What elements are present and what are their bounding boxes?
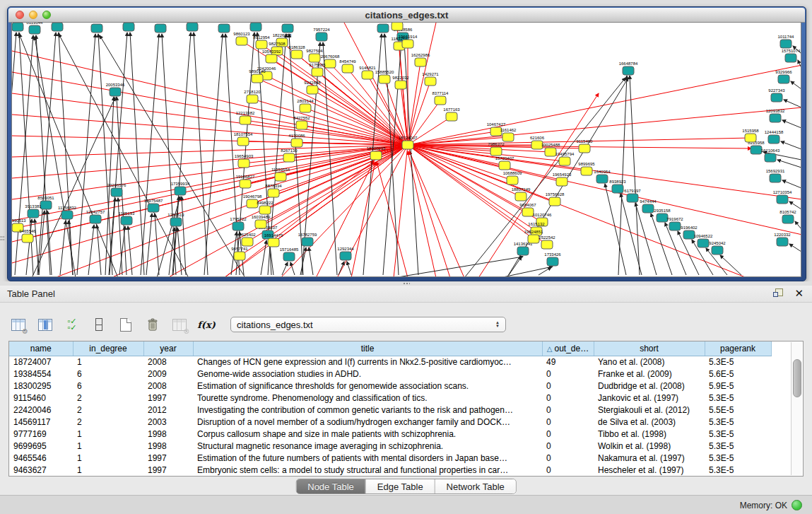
close-panel-icon[interactable]: ✕ xyxy=(794,287,804,300)
table-cell[interactable]: Estimation of the future numbers of pati… xyxy=(193,452,542,464)
table-cell[interactable]: 18300295 xyxy=(9,380,73,392)
graph-node-yellow[interactable]: 9465546 xyxy=(19,229,36,243)
network-window[interactable]: citations_edges.txt 24055728113044208914… xyxy=(7,6,806,281)
graph-node-yellow[interactable]: 8912954 xyxy=(253,35,270,49)
tab-node-table[interactable]: Node Table xyxy=(296,479,366,493)
graph-node-teal[interactable]: 14136141 xyxy=(514,242,533,255)
table-cell[interactable]: 1 xyxy=(73,452,143,464)
graph-node-teal[interactable]: 6179197 xyxy=(624,189,641,202)
table-cell[interactable]: 0 xyxy=(542,404,594,416)
table-cell[interactable]: 0 xyxy=(542,380,594,392)
table-cell[interactable]: 5.3E-5 xyxy=(705,428,771,440)
create-table-button[interactable] xyxy=(117,317,134,332)
table-cell[interactable]: 0 xyxy=(542,416,594,428)
table-cell[interactable]: 5.3E-5 xyxy=(705,440,771,452)
graph-node-yellow[interactable]: 8427552 xyxy=(293,116,310,129)
table-scrollbar[interactable] xyxy=(791,342,802,475)
table-cell[interactable]: de Silva et al. (2003) xyxy=(594,416,705,428)
graph-node-teal[interactable]: 1220332 xyxy=(774,233,791,246)
delete-rows-button[interactable] xyxy=(144,317,161,332)
network-window-titlebar[interactable]: citations_edges.txt xyxy=(8,8,805,23)
graph-node-yellow[interactable]: 9175685 xyxy=(309,63,326,76)
table-cell[interactable]: Nakamura et al. (1997) xyxy=(594,452,705,464)
graph-node-teal[interactable]: 11156832 xyxy=(58,206,76,219)
node-table[interactable]: namein_degreeyeartitle△out_de…shortpager… xyxy=(8,341,804,477)
table-cell[interactable]: 5.9E-5 xyxy=(705,380,771,392)
table-cell[interactable]: Structural magnetic resonance image aver… xyxy=(193,440,542,452)
graph-node-teal[interactable]: 16648784 xyxy=(619,62,638,75)
graph-node-yellow[interactable]: 9242848 xyxy=(304,81,321,94)
graph-node-teal[interactable]: 6466160 xyxy=(152,23,169,33)
table-cell[interactable]: 9699695 xyxy=(9,440,73,452)
graph-node-teal[interactable]: 8813044 xyxy=(375,23,392,33)
graph-node-teal[interactable]: 8113044 xyxy=(27,23,44,34)
table-cell[interactable]: 2 xyxy=(73,392,143,404)
graph-node-yellow[interactable]: 7625402 xyxy=(239,233,256,246)
graph-node-yellow[interactable]: 9899695 xyxy=(578,162,595,175)
table-cell[interactable]: 2 xyxy=(73,416,143,428)
table-cell[interactable]: 5.6E-5 xyxy=(705,368,771,380)
graph-node-yellow[interactable]: 4170086 xyxy=(288,134,305,147)
graph-node-teal[interactable]: 15716485 xyxy=(280,247,299,261)
column-header-short[interactable]: short xyxy=(594,341,705,356)
table-cell[interactable]: Yano et al. (2008) xyxy=(594,356,705,368)
graph-node-teal[interactable]: 1795722 xyxy=(230,217,247,230)
table-cell[interactable]: 2003 xyxy=(143,416,193,428)
table-cell[interactable]: 22420046 xyxy=(9,404,73,416)
table-cell[interactable]: Stergiakouli et al. (2012) xyxy=(594,404,705,416)
graph-node-yellow[interactable]: 1429271 xyxy=(422,72,439,86)
graph-node-yellow[interactable]: 7986372 xyxy=(488,142,505,156)
function-builder-button[interactable]: f(x) xyxy=(198,317,215,332)
table-row[interactable]: 1456911722003Disruption of a novel membe… xyxy=(9,416,771,428)
graph-node-teal[interactable]: 1145193 xyxy=(119,211,136,225)
graph-node-yellow[interactable]: 2522542 xyxy=(539,235,555,249)
table-row[interactable]: 946554611997Estimation of the future num… xyxy=(9,452,771,464)
column-header-outde[interactable]: △out_de… xyxy=(542,341,594,356)
graph-node-teal[interactable]: 8883012 xyxy=(279,23,296,33)
table-cell[interactable]: 2008 xyxy=(143,380,193,392)
table-cell[interactable]: 9115460 xyxy=(9,392,73,404)
table-cell[interactable]: 0 xyxy=(542,464,594,476)
graph-node-teal[interactable]: 8105742 xyxy=(779,210,796,223)
destroy-table-button[interactable]: ⊗ xyxy=(171,317,188,332)
graph-node-teal[interactable]: 9245042 xyxy=(709,241,726,255)
table-cell[interactable]: 9463627 xyxy=(9,464,73,476)
graph-node-teal[interactable]: 1292344 xyxy=(337,247,354,260)
show-columns-button[interactable] xyxy=(37,317,54,332)
table-cell[interactable]: 5.5E-5 xyxy=(705,404,771,416)
table-cell[interactable]: Corpus callosum shape and size in male p… xyxy=(193,428,542,440)
table-row[interactable]: 969969511998Structural magnetic resonanc… xyxy=(9,440,771,452)
table-cell[interactable]: 2009 xyxy=(143,368,193,380)
graph-node-yellow[interactable]: 1677163 xyxy=(443,107,460,121)
table-cell[interactable]: Dudbridge et al. (2008) xyxy=(594,380,705,392)
tab-network-table[interactable]: Network Table xyxy=(435,479,516,493)
graph-node-yellow[interactable]: 9146821 xyxy=(359,66,376,79)
table-cell[interactable]: Franke et al. (2009) xyxy=(594,368,705,380)
graph-node-yellow[interactable]: 15720407 xyxy=(495,156,514,170)
table-row[interactable]: 946362711997Embryonic stem cells: a mode… xyxy=(9,464,771,476)
table-cell[interactable]: 2 xyxy=(73,404,143,416)
table-row[interactable]: 2242004622012Investigating the contribut… xyxy=(9,404,771,416)
graph-node-teal[interactable]: 9329966 xyxy=(775,70,792,83)
table-cell[interactable]: Changes of HCN gene expression and I(f) … xyxy=(193,356,542,368)
table-cell[interactable]: 1998 xyxy=(143,440,193,452)
table-cell[interactable]: 0 xyxy=(542,392,594,404)
table-cell[interactable]: Investigating the contribution of common… xyxy=(193,404,542,416)
select-all-button[interactable]: ▫✓▫✓ xyxy=(64,317,81,332)
graph-node-teal[interactable]: 7512376 xyxy=(247,23,264,31)
table-cell[interactable]: 1998 xyxy=(143,428,193,440)
table-cell[interactable]: Wolkin et al. (1998) xyxy=(594,440,705,452)
table-cell[interactable]: 0 xyxy=(542,440,594,452)
table-cell[interactable]: Genome-wide association studies in ADHD. xyxy=(193,368,542,380)
graph-node-yellow[interactable]: 8377114 xyxy=(433,91,449,105)
table-cell[interactable]: Hescheler et al. (1997) xyxy=(594,464,705,476)
table-cell[interactable]: 1997 xyxy=(143,452,193,464)
table-cell[interactable]: Embryonic stem cells: a model to study s… xyxy=(193,464,542,476)
table-cell[interactable]: 1997 xyxy=(143,464,193,476)
graph-node-teal[interactable]: 10719135 xyxy=(183,23,202,31)
table-cell[interactable]: 1 xyxy=(73,428,143,440)
table-row[interactable]: 977716911998Corpus callosum shape and si… xyxy=(9,428,771,440)
table-cell[interactable]: 1 xyxy=(73,464,143,476)
table-cell[interactable]: Tourette syndrome. Phenomenology and cla… xyxy=(193,392,542,404)
graph-node-yellow[interactable]: 9115460 xyxy=(577,139,594,153)
